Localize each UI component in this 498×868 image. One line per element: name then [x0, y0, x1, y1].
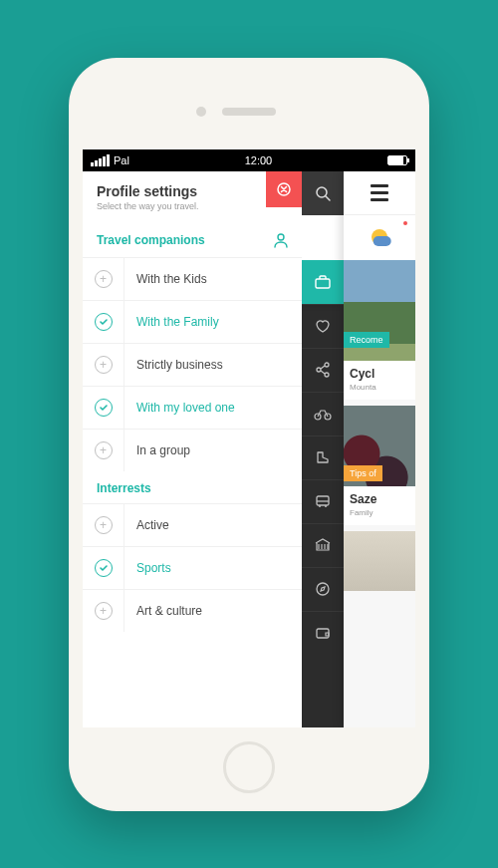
companion-row-group[interactable]: + In a group — [83, 429, 302, 471]
share-icon — [314, 361, 332, 379]
section-title-interests: Interrests — [97, 481, 151, 495]
museum-icon — [314, 536, 332, 554]
battery-icon — [387, 155, 407, 165]
svg-rect-3 — [316, 279, 330, 288]
card-subtitle: Family — [350, 508, 409, 517]
interest-row-sports[interactable]: Sports — [83, 546, 302, 589]
check-icon — [95, 559, 113, 577]
companion-row-loved-one[interactable]: With my loved one — [83, 386, 302, 429]
signal-icon — [91, 154, 110, 166]
svg-point-1 — [278, 234, 284, 240]
card-title: Cycl — [350, 367, 409, 381]
notification-dot — [403, 221, 407, 225]
bicycle-icon — [313, 405, 333, 423]
check-icon — [95, 399, 113, 417]
svg-point-6 — [325, 373, 329, 377]
briefcase-icon — [313, 272, 333, 292]
svg-point-12 — [317, 583, 329, 595]
rail-compass[interactable] — [302, 567, 344, 611]
settings-panel: Profile settings Select the way you trav… — [83, 171, 302, 727]
row-label: Strictly business — [124, 358, 223, 372]
boot-icon — [314, 448, 332, 466]
compass-icon — [314, 580, 332, 598]
row-label: Art & culture — [124, 604, 202, 618]
wallet-icon — [314, 624, 332, 642]
svg-point-10 — [319, 505, 321, 507]
cloud-icon — [374, 236, 391, 246]
content-card[interactable]: Recome Cycl Mounta — [344, 260, 415, 400]
content-card[interactable] — [344, 531, 415, 591]
plus-icon: + — [95, 356, 113, 374]
rail-briefcase[interactable] — [302, 260, 344, 304]
interest-row-art[interactable]: + Art & culture — [83, 589, 302, 632]
search-icon — [314, 184, 332, 202]
phone-frame: Pal 12:00 Profile settings Select the wa… — [69, 58, 429, 811]
background-content: Recome Cycl Mounta Tips of Saze Family — [344, 171, 415, 727]
clock-label: 12:00 — [245, 154, 273, 166]
content-card[interactable]: Tips of Saze Family — [344, 406, 415, 525]
plus-icon: + — [95, 602, 113, 620]
page-title: Profile settings — [97, 183, 288, 199]
category-rail — [302, 171, 344, 727]
screen: Pal 12:00 Profile settings Select the wa… — [83, 149, 415, 727]
rail-share[interactable] — [302, 348, 344, 392]
close-icon — [277, 182, 291, 196]
page-subtitle: Select the way you travel. — [97, 201, 288, 211]
plus-icon: + — [95, 516, 113, 534]
row-label: In a group — [124, 443, 190, 457]
check-icon — [95, 313, 113, 331]
section-title-companions: Travel companions — [97, 233, 205, 247]
svg-point-11 — [325, 505, 327, 507]
row-label: With the Kids — [124, 272, 207, 286]
rail-museum[interactable] — [302, 523, 344, 567]
speaker-slot — [222, 108, 276, 116]
row-label: Sports — [124, 561, 171, 575]
rail-wallet[interactable] — [302, 611, 344, 655]
card-title: Saze — [350, 492, 409, 506]
rail-boot[interactable] — [302, 435, 344, 479]
card-tag: Recome — [344, 332, 389, 348]
rail-heart[interactable] — [302, 304, 344, 348]
bus-icon — [314, 492, 332, 510]
card-tag: Tips of — [344, 465, 382, 481]
companion-row-business[interactable]: + Strictly business — [83, 343, 302, 386]
interest-row-active[interactable]: + Active — [83, 503, 302, 546]
heart-icon — [314, 317, 332, 335]
row-label: With the Family — [124, 315, 219, 329]
carrier-label: Pal — [114, 154, 129, 166]
svg-point-4 — [317, 368, 321, 372]
search-button[interactable] — [302, 171, 344, 215]
card-subtitle: Mounta — [350, 383, 409, 392]
svg-point-5 — [325, 363, 329, 367]
weather-widget[interactable] — [344, 215, 415, 260]
card-image — [344, 531, 415, 591]
rail-weather-spacer — [302, 215, 344, 260]
row-label: With my loved one — [124, 401, 235, 415]
plus-icon: + — [95, 270, 113, 288]
status-bar: Pal 12:00 — [83, 149, 415, 171]
person-icon — [272, 231, 290, 249]
companion-row-kids[interactable]: + With the Kids — [83, 257, 302, 300]
plus-icon: + — [95, 441, 113, 459]
camera-dot — [196, 107, 206, 117]
menu-button[interactable] — [344, 171, 415, 215]
companion-row-family[interactable]: With the Family — [83, 300, 302, 343]
row-label: Active — [124, 518, 169, 532]
close-button[interactable] — [266, 171, 302, 207]
rail-bus[interactable] — [302, 479, 344, 523]
home-button[interactable] — [223, 741, 275, 793]
menu-icon — [371, 184, 388, 201]
rail-bicycle[interactable] — [302, 392, 344, 435]
